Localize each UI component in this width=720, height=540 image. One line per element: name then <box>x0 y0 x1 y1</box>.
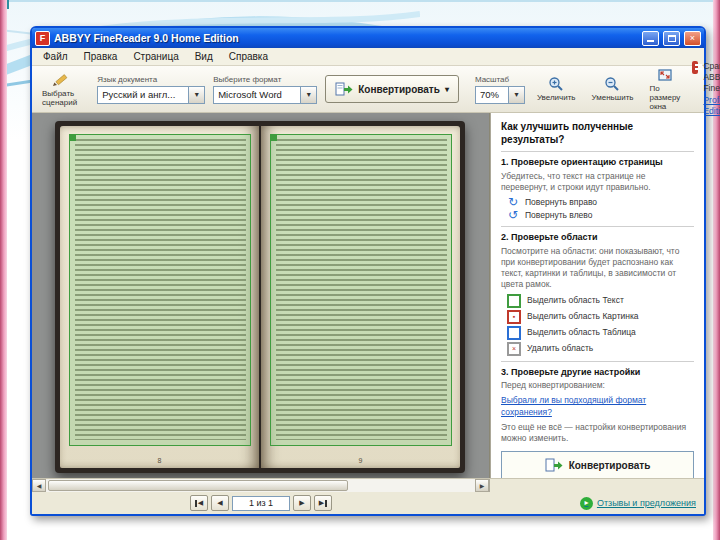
first-page-icon: ◀ <box>198 499 203 507</box>
convert-icon <box>545 458 563 473</box>
scan-view[interactable]: 8 9 <box>32 113 490 478</box>
step1-text: Убедитесь, что текст на странице не пере… <box>501 171 694 193</box>
window-title: ABBYY FineReader 9.0 Home Edition <box>54 32 638 44</box>
output-format-select[interactable]: Microsoft Word ▾ <box>213 86 317 104</box>
next-page-icon: ▶ <box>299 499 304 507</box>
right-text-zone[interactable] <box>270 134 452 446</box>
scroll-right-button[interactable]: ▶ <box>475 479 489 492</box>
convert-icon <box>335 82 353 97</box>
feedback-play-icon: ▸ <box>580 497 593 510</box>
draw-text-area-button[interactable]: Выделить область Текст <box>507 294 694 308</box>
zoom-in-label: Увеличить <box>537 93 576 102</box>
previous-page-button[interactable]: ◀ <box>211 495 229 511</box>
chevron-down-icon[interactable]: ▾ <box>188 87 204 103</box>
text-zone-icon <box>507 294 521 308</box>
feedback-link-label: Отзывы и предложения <box>597 498 696 508</box>
page-indicator[interactable]: 1 из 1 <box>232 496 290 511</box>
promo-line1: Сравни с ABBYY FineReader <box>703 61 720 93</box>
convert-box-button[interactable]: Конвертировать <box>501 451 694 478</box>
horizontal-scrollbar[interactable]: ◀ ▶ <box>32 479 490 492</box>
delete-area-button[interactable]: × Удалить область <box>507 342 694 356</box>
fit-to-window-icon <box>657 67 673 83</box>
select-scenario-label: Выбрать сценарий <box>42 89 77 107</box>
scanned-book-image: 8 9 <box>55 121 465 473</box>
convert-button[interactable]: Конвертировать ▾ <box>325 75 459 103</box>
document-language-value: Русский и англ... <box>98 89 188 100</box>
draw-picture-area-button[interactable]: ▪ Выделить область Картинка <box>507 310 694 324</box>
rotate-right-button[interactable]: ↻ Повернуть вправо <box>507 197 694 208</box>
step1-heading: 1. Проверьте ориентацию страницы <box>501 157 694 169</box>
tips-panel: Как улучшить полученные результаты? 1. П… <box>490 113 704 478</box>
menu-edit[interactable]: Правка <box>77 50 125 63</box>
page-navigation-row: ◀ ◀ 1 из 1 ▶ ▶ ▸ Отзывы и предложения <box>32 492 704 514</box>
chevron-down-icon[interactable]: ▾ <box>300 87 316 103</box>
promo-line2: Professional Edition <box>703 95 720 116</box>
menu-bar: Файл Правка Страница Вид Справка <box>32 48 704 66</box>
zoom-value: 70% <box>476 89 508 100</box>
feedback-link[interactable]: ▸ Отзывы и предложения <box>580 497 696 510</box>
close-button[interactable]: × <box>684 31 701 46</box>
caret-down-icon: ▾ <box>445 85 449 94</box>
scroll-left-button[interactable]: ◀ <box>32 479 46 492</box>
fit-to-window-button[interactable]: По размеру окна <box>645 64 684 114</box>
previous-page-icon: ◀ <box>217 499 222 507</box>
select-scenario-button[interactable]: Выбрать сценарий <box>38 69 81 110</box>
draw-picture-area-label: Выделить область Картинка <box>527 311 639 322</box>
first-page-bar-icon <box>195 500 197 507</box>
fit-to-window-label: По размеру окна <box>649 84 680 111</box>
menu-page[interactable]: Страница <box>126 50 185 63</box>
menu-file[interactable]: Файл <box>36 50 75 63</box>
next-page-button[interactable]: ▶ <box>293 495 311 511</box>
tips-panel-title: Как улучшить полученные результаты? <box>501 120 694 146</box>
chevron-down-icon[interactable]: ▾ <box>508 87 524 103</box>
left-page-number: 8 <box>60 457 259 464</box>
output-format-label: Выберите формат <box>213 75 317 84</box>
zoom-select[interactable]: 70% ▾ <box>475 86 525 104</box>
zoom-in-icon <box>548 76 564 92</box>
output-format-group: Выберите формат Microsoft Word ▾ <box>213 75 317 104</box>
divider <box>501 226 694 227</box>
zoom-in-button[interactable]: Увеличить <box>533 73 580 105</box>
right-page[interactable]: 9 <box>261 126 460 468</box>
step2-text: Посмотрите на области: они показывают, ч… <box>501 246 694 290</box>
bottom-scroll-row: ◀ ▶ <box>32 478 704 492</box>
rotate-left-button[interactable]: ↺ Повернуть влево <box>507 210 694 221</box>
last-page-icon: ▶ <box>319 499 324 507</box>
left-page[interactable]: 8 <box>60 126 259 468</box>
menu-help[interactable]: Справка <box>222 50 275 63</box>
picture-zone-icon: ▪ <box>507 310 521 324</box>
draw-text-area-label: Выделить область Текст <box>527 295 624 306</box>
pencil-icon <box>51 72 69 88</box>
zoom-out-label: Уменьшить <box>592 93 634 102</box>
maximize-button[interactable] <box>663 31 680 46</box>
slide-left-border <box>0 0 7 540</box>
finereader-window: F ABBYY FineReader 9.0 Home Edition × Фа… <box>30 26 706 516</box>
zoom-out-icon <box>604 76 620 92</box>
menu-view[interactable]: Вид <box>188 50 220 63</box>
divider <box>501 361 694 362</box>
last-page-button[interactable]: ▶ <box>314 495 332 511</box>
minimize-button[interactable] <box>642 31 659 46</box>
rotate-left-icon: ↺ <box>507 210 519 220</box>
app-icon: F <box>35 31 50 46</box>
rotate-left-label: Повернуть влево <box>525 210 593 221</box>
slide-top-line <box>0 0 720 2</box>
left-text-zone[interactable] <box>69 134 251 446</box>
document-language-select[interactable]: Русский и англ... ▾ <box>97 86 205 104</box>
document-language-group: Язык документа Русский и англ... ▾ <box>97 75 205 104</box>
draw-table-area-button[interactable]: Выделить область Таблица <box>507 326 694 340</box>
zoom-out-button[interactable]: Уменьшить <box>588 73 638 105</box>
document-language-label: Язык документа <box>97 75 205 84</box>
title-bar[interactable]: F ABBYY FineReader 9.0 Home Edition × <box>32 28 704 48</box>
step3-heading: 3. Проверьте другие настройки <box>501 367 694 379</box>
professional-edition-promo[interactable]: Сравни с ABBYY FineReader Professional E… <box>692 61 720 116</box>
last-page-bar-icon <box>325 500 327 507</box>
first-page-button[interactable]: ◀ <box>190 495 208 511</box>
format-settings-link[interactable]: Выбрали ли вы подходящий формат сохранен… <box>501 395 694 417</box>
main-area: 8 9 Как улучшить полученные результаты? … <box>32 113 704 478</box>
delete-area-label: Удалить область <box>527 343 593 354</box>
draw-table-area-label: Выделить область Таблица <box>527 327 636 338</box>
zoom-group: Масштаб 70% ▾ <box>475 75 525 104</box>
scrollbar-thumb[interactable] <box>48 480 348 491</box>
zone-corner-tag <box>69 134 76 141</box>
